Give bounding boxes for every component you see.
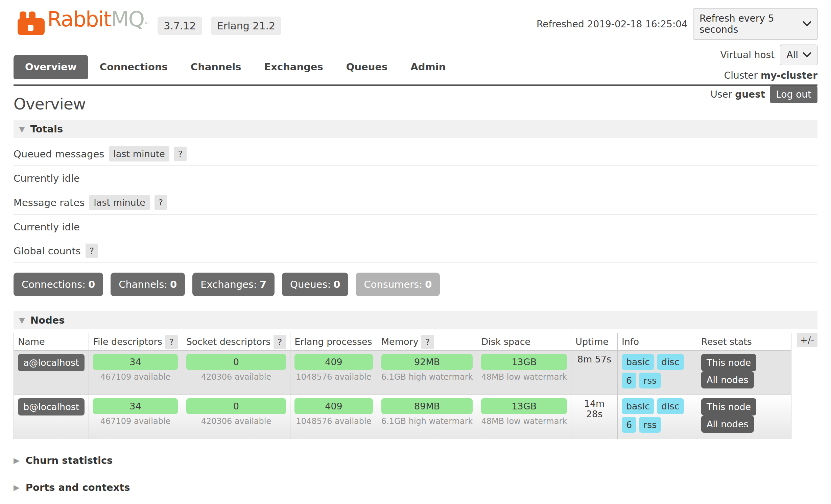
global-counts-help-badge[interactable]: ? (86, 244, 98, 258)
rates-period-badge[interactable]: last minute (89, 195, 150, 210)
connections-count-button[interactable]: Connections:0 (14, 273, 103, 296)
header-right: Refreshed 2019-02-18 16:25:04 Refresh ev… (537, 8, 817, 108)
message-rates-label: Message rates (14, 197, 85, 208)
col-header-disk-space: Disk space (477, 333, 571, 351)
reset-all-nodes-button[interactable]: All nodes (701, 371, 754, 388)
info-tag-rss: rss (639, 417, 661, 433)
column-toggle-button[interactable]: +/- (797, 333, 817, 347)
chevron-down-icon (803, 21, 811, 27)
rates-help-badge[interactable]: ? (155, 195, 167, 210)
user-label: User (710, 89, 732, 100)
fd-cell: 34467109 available (89, 395, 182, 439)
section-churn-title: Churn statistics (26, 455, 113, 466)
global-counts-row: Global counts ? (14, 237, 817, 262)
memory-bar: 92MB (381, 354, 473, 370)
col-header-reset-stats: Reset stats (697, 333, 791, 351)
reset-stats-cell: This nodeAll nodes (697, 351, 791, 395)
rates-status: Currently idle (14, 215, 817, 237)
message-rates-row: Message rates last minute ? (14, 189, 817, 215)
col-header-memory-label: Memory (381, 336, 419, 347)
tab-exchanges[interactable]: Exchanges (253, 55, 335, 79)
section-nodes[interactable]: ▼ Nodes (14, 311, 817, 329)
sockets-cell: 0420306 available (182, 395, 290, 439)
queued-help-badge[interactable]: ? (174, 147, 187, 161)
sockets-cell: 0420306 available (182, 351, 290, 395)
queues-count-button[interactable]: Queues:0 (282, 273, 348, 296)
refresh-row: Refreshed 2019-02-18 16:25:04 Refresh ev… (537, 8, 817, 40)
fd-note: 467109 available (93, 417, 177, 426)
disk-cell: 13GB48MB low watermark (477, 395, 571, 439)
memory-note: 6.1GB high watermark (381, 372, 473, 382)
node-row-a: a@localhost 34467109 available 0420306 a… (14, 351, 791, 395)
tab-overview[interactable]: Overview (14, 55, 88, 79)
uptime-cell: 14m 28s (571, 395, 618, 439)
reset-this-node-button[interactable]: This node (701, 354, 756, 371)
node-name-badge[interactable]: b@localhost (18, 398, 85, 415)
consumers-count-label: Consumers: (364, 279, 422, 290)
node-name-badge[interactable]: a@localhost (18, 354, 85, 371)
sockets-bar: 0 (186, 354, 286, 370)
info-tag-stats: 6 (622, 417, 636, 433)
col-header-info: Info (617, 333, 697, 351)
section-totals[interactable]: ▼ Totals (14, 120, 817, 138)
reset-this-node-button[interactable]: This node (701, 398, 756, 415)
tab-queues[interactable]: Queues (335, 55, 399, 79)
fd-cell: 34467109 available (89, 351, 182, 395)
memory-cell: 89MB6.1GB high watermark (377, 395, 477, 439)
section-churn-statistics[interactable]: ▶ Churn statistics (14, 455, 817, 466)
sockets-help-badge[interactable]: ? (274, 335, 286, 349)
node-row-b: b@localhost 34467109 available 0420306 a… (14, 395, 791, 439)
col-header-name: Name (14, 333, 89, 351)
refresh-interval-select[interactable]: Refresh every 5 seconds (693, 8, 817, 40)
sockets-bar: 0 (186, 398, 286, 414)
triangle-right-icon: ▶ (14, 456, 20, 465)
brand-wordmark: RabbitMQ™ (47, 9, 149, 35)
procs-note: 1048576 available (294, 372, 373, 382)
rabbitmq-logo-icon (18, 11, 45, 35)
reset-all-nodes-button[interactable]: All nodes (701, 415, 754, 433)
memory-help-badge[interactable]: ? (421, 335, 434, 349)
info-tag-basic: basic (622, 398, 654, 414)
virtual-host-row: Virtual host All (720, 45, 817, 65)
nodes-table-wrap: Name File descriptors ? Socket descripto… (14, 333, 817, 439)
nodes-table: Name File descriptors ? Socket descripto… (14, 333, 791, 439)
procs-note: 1048576 available (294, 417, 373, 426)
col-header-uptime: Uptime (571, 333, 618, 351)
connections-count-value: 0 (88, 279, 95, 290)
main-nav-tabs: Overview Connections Channels Exchanges … (14, 55, 457, 79)
col-header-sockets-label: Socket descriptors (186, 336, 271, 347)
virtual-host-select[interactable]: All (780, 45, 817, 65)
tab-channels[interactable]: Channels (179, 55, 253, 79)
fd-bar: 34 (93, 354, 177, 370)
refreshed-timestamp: Refreshed 2019-02-18 16:25:04 (537, 19, 688, 30)
header: RabbitMQ™ 3.7.12 Erlang 21.2 Refreshed 2… (0, 0, 831, 84)
procs-bar: 409 (294, 354, 373, 370)
memory-bar: 89MB (381, 398, 473, 414)
queued-period-badge[interactable]: last minute (109, 146, 169, 161)
channels-count-button[interactable]: Channels:0 (111, 273, 185, 296)
queued-messages-label: Queued messages (14, 148, 104, 160)
chevron-down-icon (803, 52, 811, 58)
brand-mq: MQ (111, 7, 144, 31)
erlang-version-badge: Erlang 21.2 (211, 17, 281, 35)
col-header-memory: Memory ? (377, 333, 477, 351)
section-ports-and-contexts[interactable]: ▶ Ports and contexts (14, 482, 817, 493)
virtual-host-label: Virtual host (720, 49, 775, 60)
user-row: User guest Log out (710, 86, 817, 103)
user-name: guest (735, 89, 765, 100)
logout-button[interactable]: Log out (770, 86, 817, 103)
fd-bar: 34 (93, 398, 177, 414)
tab-connections[interactable]: Connections (88, 55, 179, 79)
exchanges-count-label: Exchanges: (200, 279, 257, 290)
version-badge: 3.7.12 (158, 17, 202, 35)
fd-help-badge[interactable]: ? (165, 335, 177, 349)
cluster-label: Cluster (724, 70, 758, 81)
main-content: Overview ▼ Totals Queued messages last m… (0, 95, 831, 504)
sockets-note: 420306 available (186, 372, 286, 382)
rabbitmq-logo[interactable]: RabbitMQ™ (18, 9, 149, 35)
exchanges-count-button[interactable]: Exchanges:7 (192, 273, 275, 296)
info-cell: basicdisc6rss (617, 395, 697, 439)
virtual-host-value: All (786, 49, 798, 60)
info-tag-stats: 6 (622, 373, 636, 388)
tab-admin[interactable]: Admin (399, 55, 457, 79)
